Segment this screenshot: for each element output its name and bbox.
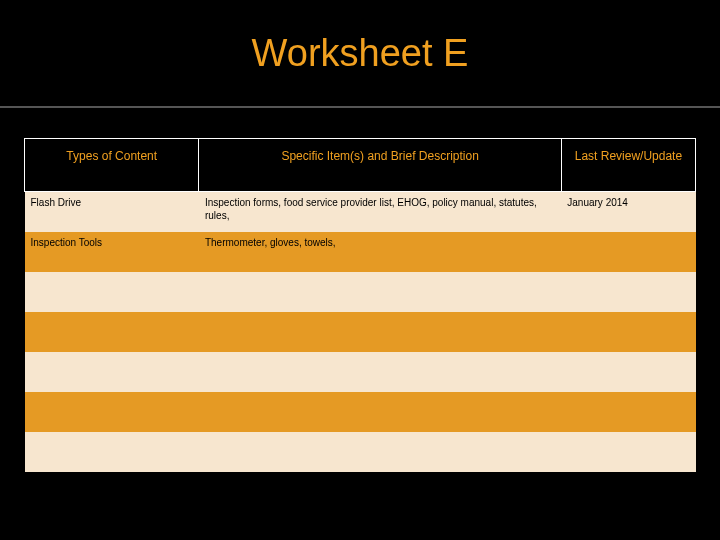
cell-desc: Inspection forms, food service provider … <box>199 192 561 232</box>
header-types-of-content: Types of Content <box>25 139 199 192</box>
cell-date <box>561 392 695 432</box>
table-row <box>25 352 696 392</box>
cell-date: January 2014 <box>561 192 695 232</box>
title-area: Worksheet E <box>0 0 720 108</box>
table-row: Inspection Tools Thermometer, gloves, to… <box>25 232 696 272</box>
cell-desc: Thermometer, gloves, towels, <box>199 232 561 272</box>
cell-date <box>561 352 695 392</box>
header-specific-items: Specific Item(s) and Brief Description <box>199 139 561 192</box>
cell-date <box>561 232 695 272</box>
table-row <box>25 392 696 432</box>
header-last-review: Last Review/Update <box>561 139 695 192</box>
cell-type: Inspection Tools <box>25 232 199 272</box>
table-header-row: Types of Content Specific Item(s) and Br… <box>25 139 696 192</box>
worksheet-table: Types of Content Specific Item(s) and Br… <box>24 138 696 472</box>
cell-type <box>25 392 199 432</box>
cell-desc <box>199 432 561 472</box>
cell-type <box>25 432 199 472</box>
cell-desc <box>199 392 561 432</box>
table-row: Flash Drive Inspection forms, food servi… <box>25 192 696 232</box>
cell-desc <box>199 312 561 352</box>
page-title: Worksheet E <box>252 32 469 75</box>
cell-desc <box>199 272 561 312</box>
table-container: Types of Content Specific Item(s) and Br… <box>0 108 720 472</box>
table-row <box>25 432 696 472</box>
cell-type <box>25 312 199 352</box>
cell-type: Flash Drive <box>25 192 199 232</box>
cell-type <box>25 352 199 392</box>
cell-date <box>561 312 695 352</box>
table-row <box>25 272 696 312</box>
cell-type <box>25 272 199 312</box>
table-row <box>25 312 696 352</box>
cell-date <box>561 432 695 472</box>
cell-date <box>561 272 695 312</box>
cell-desc <box>199 352 561 392</box>
